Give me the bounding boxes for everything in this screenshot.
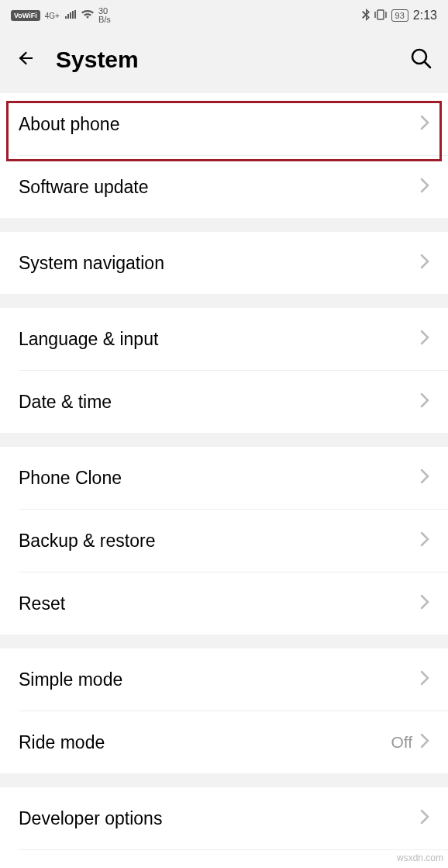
- row-developer-options[interactable]: Developer options: [0, 787, 448, 849]
- signal-icon: [64, 9, 77, 22]
- row-label: Reset: [19, 593, 420, 614]
- svg-rect-0: [377, 10, 384, 19]
- search-icon[interactable]: [409, 47, 432, 73]
- row-value: Off: [391, 733, 412, 752]
- chevron-right-icon: [420, 733, 429, 752]
- time-label: 2:13: [413, 9, 437, 22]
- chevron-right-icon: [420, 670, 429, 689]
- chevron-right-icon: [420, 469, 429, 487]
- svg-line-4: [425, 62, 430, 67]
- section-gap: [0, 218, 448, 232]
- row-ride-mode[interactable]: Ride modeOff: [0, 711, 448, 773]
- back-arrow-icon[interactable]: [16, 47, 37, 72]
- row-label: Date & time: [19, 392, 420, 413]
- status-left: VoWiFi 4G+ 30 B/s: [11, 7, 111, 24]
- wifi-icon: [81, 9, 94, 22]
- chevron-right-icon: [420, 531, 429, 550]
- row-phone-clone[interactable]: Phone Clone: [0, 447, 448, 509]
- row-user-experience-improvement[interactable]: User experience improvement: [0, 850, 448, 868]
- chevron-right-icon: [420, 115, 429, 133]
- row-reset[interactable]: Reset: [0, 572, 448, 635]
- row-label: System navigation: [19, 253, 420, 274]
- row-language-input[interactable]: Language & input: [0, 308, 448, 370]
- chevron-right-icon: [420, 254, 429, 272]
- settings-group: Simple modeRide modeOff: [0, 648, 448, 773]
- chevron-right-icon: [420, 178, 429, 196]
- row-label: Language & input: [19, 329, 420, 350]
- battery-badge: 93: [391, 9, 408, 22]
- chevron-right-icon: [420, 393, 429, 411]
- row-system-navigation[interactable]: System navigation: [0, 232, 448, 294]
- section-gap: [0, 294, 448, 308]
- bluetooth-icon: [362, 9, 370, 23]
- row-label: Developer options: [19, 808, 420, 829]
- row-label: Ride mode: [19, 732, 391, 753]
- row-label: About phone: [19, 114, 420, 135]
- row-date-time[interactable]: Date & time: [0, 371, 448, 433]
- section-gap: [0, 433, 448, 447]
- net-speed: 30 B/s: [98, 7, 111, 24]
- settings-group: Developer optionsUser experience improve…: [0, 787, 448, 868]
- vibrate-icon: [374, 9, 387, 22]
- chevron-right-icon: [420, 809, 429, 828]
- header-bar: System: [0, 31, 448, 93]
- watermark: wsxdn.com: [397, 852, 443, 863]
- section-gap: [0, 773, 448, 787]
- row-label: Software update: [19, 177, 420, 198]
- settings-group: System navigation: [0, 232, 448, 294]
- net-4g-label: 4G+: [45, 12, 60, 20]
- status-right: 93 2:13: [362, 9, 437, 23]
- settings-group: Language & inputDate & time: [0, 308, 448, 433]
- row-simple-mode[interactable]: Simple mode: [0, 648, 448, 711]
- settings-group: About phoneSoftware update: [0, 93, 448, 218]
- row-software-update[interactable]: Software update: [0, 156, 448, 218]
- speed-unit: B/s: [98, 16, 111, 24]
- row-label: Simple mode: [19, 669, 420, 690]
- row-label: Phone Clone: [19, 468, 420, 489]
- section-gap: [0, 635, 448, 648]
- chevron-right-icon: [420, 330, 429, 348]
- row-backup-restore[interactable]: Backup & restore: [0, 510, 448, 572]
- settings-group: Phone CloneBackup & restoreReset: [0, 447, 448, 635]
- vowifi-badge: VoWiFi: [11, 10, 40, 21]
- row-label: Backup & restore: [19, 531, 420, 552]
- row-about-phone[interactable]: About phone: [0, 93, 448, 155]
- page-title: System: [56, 47, 409, 73]
- chevron-right-icon: [420, 594, 429, 613]
- status-bar: VoWiFi 4G+ 30 B/s 93 2:13: [0, 0, 448, 31]
